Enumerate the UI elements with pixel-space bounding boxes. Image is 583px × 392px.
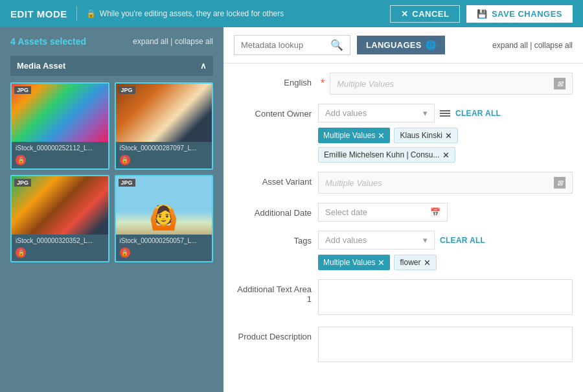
tags-control: Add values ▾ CLEAR ALL Multiple Values ✕… — [318, 231, 573, 270]
tag-multiple-values: Multiple Values ✕ — [318, 128, 390, 143]
content-owner-clear-all[interactable]: CLEAR ALL — [455, 109, 501, 118]
image-footer-2: 🔒 — [116, 153, 212, 168]
image-card-4[interactable]: JPG 🙆 iStock_000000250057_L... 🔒 — [115, 175, 214, 262]
lock-status-4: 🔒 — [120, 248, 130, 258]
asset-variant-input[interactable]: Multiple Values ⊠ — [318, 172, 573, 194]
top-bar-divider — [76, 6, 77, 21]
tag-remove-multiple-values-tags[interactable]: ✕ — [378, 259, 385, 267]
assets-header: 4 Assets selected expand all | collapse … — [10, 36, 213, 47]
collapse-all-left[interactable]: collapse all — [175, 37, 213, 46]
tags-add-values[interactable]: Add values ▾ — [318, 231, 435, 249]
top-bar-actions: ✕ CANCEL 💾 SAVE CHANGES — [390, 5, 573, 23]
tag-remove-emillie[interactable]: ✕ — [442, 151, 450, 159]
list-icon[interactable] — [440, 110, 450, 117]
additional-date-row: Additional Date Select date 📅 — [234, 203, 573, 222]
tag-flower: flower ✕ — [394, 255, 436, 270]
tags-clear-all[interactable]: CLEAR ALL — [440, 236, 485, 245]
tag-flower-label: flower — [400, 258, 420, 267]
tag-emillie: Emillie Michelsen Kuhn | Consu... ✕ — [318, 147, 455, 163]
jpg-badge-1: JPG — [14, 86, 31, 94]
english-control: * Multiple Values ⊠ — [318, 73, 573, 95]
chevron-down-icon: ▾ — [423, 108, 428, 118]
calendar-icon: 📅 — [430, 207, 440, 217]
image-card-2[interactable]: JPG iStock_000000287097_L... 🔒 — [115, 82, 214, 170]
product-description-label: Product Description — [234, 327, 312, 341]
tags-label: Tags — [234, 231, 312, 246]
date-input[interactable]: Select date 📅 — [318, 203, 448, 222]
search-icon: 🔍 — [330, 39, 343, 51]
lock-icon: 🔒 — [86, 9, 96, 18]
form-area: English * Multiple Values ⊠ Content Owne… — [223, 63, 583, 392]
lock-status-1: 🔒 — [16, 155, 26, 165]
english-row: English * Multiple Values ⊠ — [234, 73, 573, 95]
assets-count: 4 Assets selected — [10, 36, 86, 47]
languages-label: LANGUAGES — [366, 40, 422, 50]
edit-mode-label: EDIT MODE — [10, 8, 67, 19]
media-asset-header: Media Asset ∧ — [10, 56, 213, 76]
product-description-control — [318, 327, 573, 365]
clear-asset-variant-button[interactable]: ⊠ — [554, 177, 566, 189]
asset-variant-label: Asset Variant — [234, 172, 312, 187]
jpg-badge-2: JPG — [119, 86, 135, 94]
top-bar: EDIT MODE 🔒 While you're editing assets,… — [0, 0, 583, 27]
languages-button[interactable]: LANGUAGES 🌐 — [357, 36, 445, 54]
expand-all-left[interactable]: expand all — [133, 37, 168, 46]
tag-remove-klaus[interactable]: ✕ — [445, 132, 452, 140]
image-card-1[interactable]: JPG iStock_000000252112_L... 🔒 — [10, 82, 109, 170]
tags-row: Tags Add values ▾ CLEAR ALL Multiple Val… — [234, 231, 573, 270]
required-star: * — [321, 78, 325, 89]
search-input[interactable] — [241, 40, 326, 50]
lock-status-3: 🔒 — [16, 248, 26, 258]
tag-remove-flower[interactable]: ✕ — [424, 259, 431, 267]
additional-text-control — [318, 279, 573, 317]
image-filename-2: iStock_000000287097_L... — [116, 142, 212, 153]
additional-text-label: Additional Text Area 1 — [234, 279, 312, 304]
cancel-button[interactable]: ✕ CANCEL — [390, 5, 461, 23]
content-owner-row: Content Owner Add values ▾ CLEAR ALL — [234, 104, 573, 163]
right-panel: 🔍 LANGUAGES 🌐 expand all | collapse all … — [223, 27, 583, 392]
content-owner-add-values[interactable]: Add values ▾ — [318, 104, 435, 122]
main-content: 4 Assets selected expand all | collapse … — [0, 27, 583, 392]
collapse-all-right[interactable]: collapse all — [534, 41, 573, 50]
chevron-down-tags-icon: ▾ — [423, 235, 428, 245]
search-box[interactable]: 🔍 — [234, 35, 350, 55]
content-owner-tags: Multiple Values ✕ Klaus Kinski ✕ Emillie… — [318, 128, 573, 163]
english-input[interactable]: Multiple Values ⊠ — [330, 73, 573, 95]
globe-icon: 🌐 — [426, 40, 436, 50]
save-icon: 💾 — [477, 9, 488, 19]
image-filename-3: iStock_000000320352_L... — [12, 235, 108, 246]
english-label: English — [234, 73, 312, 87]
tags-container: Multiple Values ✕ flower ✕ — [318, 255, 573, 270]
assets-count-number: 4 Assets — [10, 36, 47, 47]
top-bar-notice: 🔒 While you're editing assets, they are … — [86, 9, 284, 18]
collapse-icon[interactable]: ∧ — [200, 61, 207, 71]
additional-text-row: Additional Text Area 1 — [234, 279, 573, 317]
additional-date-control: Select date 📅 — [318, 203, 573, 222]
jpg-badge-3: JPG — [14, 179, 31, 187]
person-silhouette: 🙆 — [149, 204, 178, 231]
asset-variant-control: Multiple Values ⊠ — [318, 172, 573, 194]
jpg-badge-4: JPG — [119, 179, 135, 187]
tag-klaus-kinski: Klaus Kinski ✕ — [394, 128, 457, 143]
media-asset-title: Media Asset — [17, 61, 65, 71]
x-icon: ✕ — [401, 9, 409, 19]
expand-collapse-left: expand all | collapse all — [133, 37, 213, 46]
image-card-3[interactable]: JPG iStock_000000320352_L... 🔒 — [10, 175, 109, 262]
lock-status-2: 🔒 — [120, 155, 130, 165]
tag-remove-multiple-values[interactable]: ✕ — [378, 132, 385, 140]
product-description-row: Product Description — [234, 327, 573, 365]
image-footer-1: 🔒 — [12, 153, 108, 168]
image-grid: JPG iStock_000000252112_L... 🔒 JPG iStoc… — [10, 82, 213, 262]
additional-text-textarea[interactable] — [318, 279, 573, 315]
image-footer-4: 🔒 — [116, 246, 212, 261]
content-owner-label: Content Owner — [234, 104, 312, 119]
clear-english-button[interactable]: ⊠ — [554, 78, 566, 89]
tag-multiple-values-tags: Multiple Values ✕ — [318, 255, 390, 270]
product-description-textarea[interactable] — [318, 327, 573, 362]
image-filename-1: iStock_000000252112_L... — [12, 142, 108, 153]
media-asset-section: Media Asset ∧ JPG iStock_000000252112_L.… — [10, 56, 213, 262]
additional-date-label: Additional Date — [234, 203, 312, 218]
expand-all-right[interactable]: expand all — [492, 41, 528, 50]
asset-variant-row: Asset Variant Multiple Values ⊠ — [234, 172, 573, 194]
save-changes-button[interactable]: 💾 SAVE CHANGES — [466, 5, 573, 23]
